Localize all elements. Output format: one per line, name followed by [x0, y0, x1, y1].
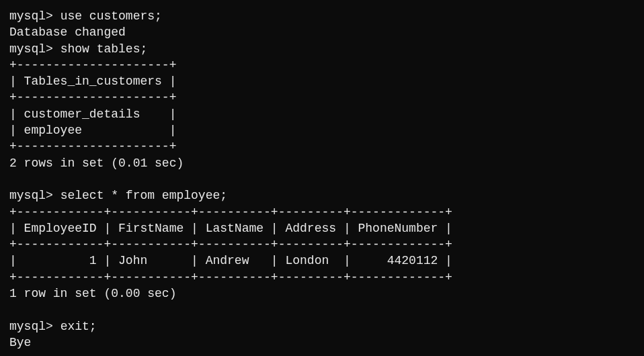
blank1 [9, 171, 635, 187]
mysql-prompt: mysql> [9, 42, 53, 56]
t1-border-mid: +---------------------+ [9, 89, 635, 105]
cmd-use: use customers; [61, 9, 162, 23]
bye: Bye [9, 335, 635, 351]
prompt-line-3: mysql> select * from employee; [9, 187, 635, 204]
t2-border-bot: +------------+-----------+----------+---… [9, 269, 635, 285]
t2-rowcount: 1 row in set (0.00 sec) [9, 285, 635, 302]
t2-row1: | 1 | John | Andrew | London | 4420112 | [9, 253, 635, 269]
t1-row2: | employee | [9, 122, 635, 138]
db-changed: Database changed [9, 24, 635, 40]
t1-border-bot: +---------------------+ [9, 138, 635, 154]
t1-rowcount: 2 rows in set (0.01 sec) [9, 155, 635, 171]
t2-border-top: +------------+-----------+----------+---… [9, 204, 635, 220]
prompt-line-4: mysql> exit; [9, 318, 635, 335]
t1-header: | Tables_in_customers | [9, 73, 635, 89]
cmd-exit: exit; [61, 320, 97, 333]
mysql-prompt: mysql> [9, 189, 53, 202]
prompt-line-1: mysql> use customers; [9, 8, 635, 24]
mysql-prompt: mysql> [9, 9, 53, 23]
cmd-select: select * from employee; [61, 189, 227, 202]
prompt-line-2: mysql> show tables; [9, 41, 635, 57]
t2-header: | EmployeeID | FirstName | LastName | Ad… [9, 220, 635, 236]
mysql-prompt: mysql> [9, 320, 53, 333]
t2-border-mid: +------------+-----------+----------+---… [9, 236, 635, 253]
t1-row1: | customer_details | [9, 106, 635, 122]
cmd-show-tables: show tables; [61, 42, 148, 56]
t1-border-top: +---------------------+ [9, 57, 635, 73]
blank2 [9, 302, 635, 318]
